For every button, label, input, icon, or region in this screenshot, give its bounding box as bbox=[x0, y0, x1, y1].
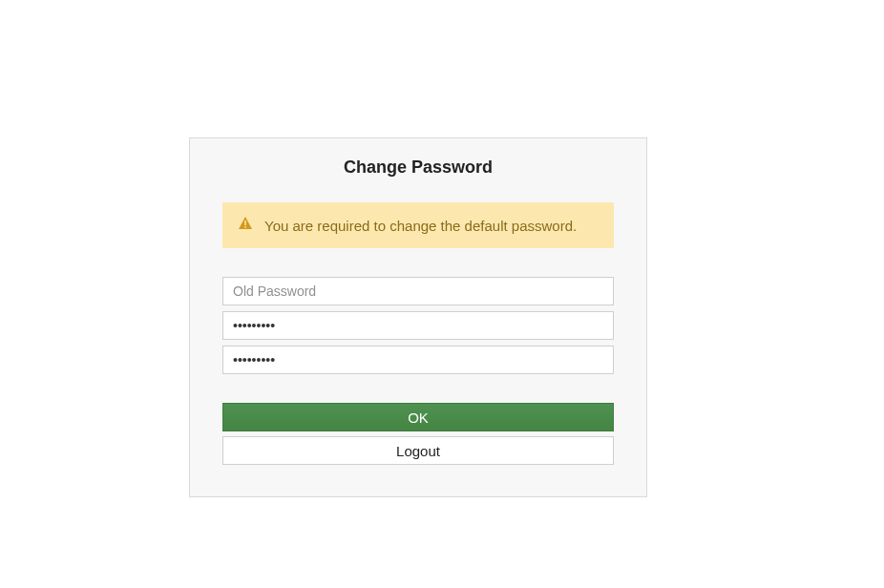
button-group: OK Logout bbox=[222, 403, 614, 465]
ok-button[interactable]: OK bbox=[222, 403, 614, 431]
svg-rect-0 bbox=[244, 220, 246, 225]
old-password-input[interactable] bbox=[222, 277, 614, 305]
new-password-input[interactable] bbox=[222, 311, 614, 340]
warning-alert: You are required to change the default p… bbox=[222, 202, 614, 248]
change-password-dialog: Change Password You are required to chan… bbox=[189, 137, 647, 497]
svg-rect-1 bbox=[244, 226, 246, 228]
dialog-title: Change Password bbox=[222, 158, 614, 178]
alert-message: You are required to change the default p… bbox=[264, 218, 577, 234]
logout-button[interactable]: Logout bbox=[222, 436, 614, 465]
warning-triangle-icon bbox=[238, 216, 253, 235]
confirm-password-input[interactable] bbox=[222, 346, 614, 374]
